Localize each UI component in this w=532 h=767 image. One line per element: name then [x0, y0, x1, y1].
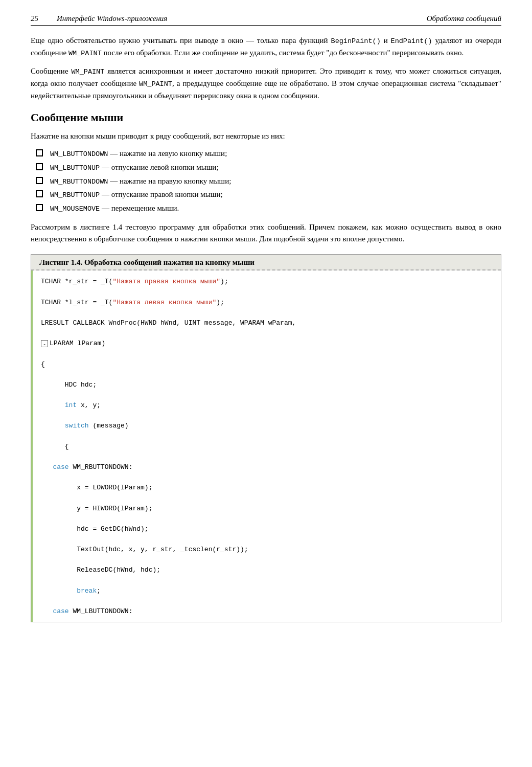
bullet-icon	[36, 149, 43, 156]
code-endpaint: EndPaint()	[391, 37, 432, 45]
code-text: ReleaseDC(hWnd, hdc);	[41, 566, 160, 574]
code-wm-paint-1: WM_PAINT	[68, 50, 102, 57]
bullet-text: WM_MOUSEMOVE — перемещение мыши.	[50, 203, 179, 214]
code-line: switch (message)	[41, 421, 493, 431]
code-text: HDC hdc;	[41, 381, 97, 389]
code-wm-lbuttonup: WM_LBUTTONUP	[50, 164, 100, 172]
paragraph-2: Сообщение WM_PAINT является асинхронным …	[31, 65, 501, 102]
bullet-text: WM_RBUTTONUP — отпускание правой кнопки …	[50, 189, 223, 200]
page-header: 25 Интерфейс Windows-приложения Обработк…	[31, 14, 501, 26]
code-text: );	[220, 278, 228, 285]
code-text	[41, 401, 65, 409]
code-line: TextOut(hdc, x, y, r_str, _tcsclen(r_str…	[41, 545, 493, 555]
code-line-collapse: -LPARAM lParam)	[41, 339, 493, 349]
code-line: case WM_LBUTTONDOWN:	[41, 606, 493, 617]
page: 25 Интерфейс Windows-приложения Обработк…	[0, 0, 532, 767]
bullet-list: WM_LBUTTONDOWN — нажатие на левую кнопку…	[36, 148, 501, 214]
header-right-text: Обработка сообщений	[427, 14, 501, 23]
code-text: x = LOWORD(lParam);	[41, 484, 152, 491]
code-text: LPARAM lParam)	[50, 340, 105, 347]
code-wm-paint-3: WM_PAINT	[139, 80, 172, 88]
code-line: TCHAR *l_str = _T("Нажата левая кнопка м…	[41, 298, 493, 308]
code-text: x, y;	[77, 401, 101, 409]
code-keyword: case	[53, 463, 68, 471]
code-line: x = LOWORD(lParam);	[41, 483, 493, 493]
bullet-icon	[36, 190, 43, 197]
code-text: TCHAR *l_str = _T(	[41, 299, 112, 306]
code-text: (message)	[89, 422, 129, 430]
code-line: TCHAR *r_str = _T("Нажата правая кнопка …	[41, 277, 493, 287]
paragraph-after-bullets: Рассмотрим в листинге 1.4 тестовую прогр…	[31, 221, 501, 245]
paragraph-1: Еще одно обстоятельство нужно учитывать …	[31, 35, 501, 59]
bullet-text: WM_LBUTTONDOWN — нажатие на левую кнопку…	[50, 148, 227, 160]
code-text: {	[41, 443, 69, 450]
code-line: {	[41, 359, 493, 370]
code-text	[41, 463, 53, 471]
bullet-icon	[36, 204, 43, 211]
code-string: "Нажата правая кнопка мыши"	[112, 278, 220, 285]
bullet-text: WM_LBUTTONUP — отпускание левой кнопки м…	[50, 162, 219, 173]
code-text: WM_RBUTTONDOWN:	[69, 463, 133, 471]
code-text	[41, 587, 77, 595]
code-wm-mousemove: WM_MOUSEMOVE	[50, 205, 100, 213]
code-wm-paint-2: WM_PAINT	[72, 68, 105, 76]
section-heading: Сообщение мыши	[31, 111, 501, 124]
code-text: TextOut(hdc, x, y, r_str, _tcsclen(r_str…	[41, 546, 248, 553]
code-line: LRESULT CALLBACK WndProc(HWND hWnd, UINT…	[41, 318, 493, 328]
code-wm-lbuttondown: WM_LBUTTONDOWN	[50, 150, 108, 158]
list-item: WM_LBUTTONUP — отпускание левой кнопки м…	[36, 162, 501, 173]
code-text: );	[216, 299, 224, 306]
list-item: WM_MOUSEMOVE — перемещение мыши.	[36, 203, 501, 214]
code-text: {	[41, 360, 45, 368]
code-text: TCHAR *r_str = _T(	[41, 278, 112, 285]
code-line: y = HIWORD(lParam);	[41, 504, 493, 514]
list-item: WM_RBUTTONUP — отпускание правой кнопки …	[36, 189, 501, 200]
code-text: LRESULT CALLBACK WndProc(HWND hWnd, UINT…	[41, 319, 296, 327]
code-line: ReleaseDC(hWnd, hdc);	[41, 565, 493, 575]
code-wm-rbuttonup: WM_RBUTTONUP	[50, 191, 100, 199]
code-keyword: case	[53, 607, 68, 615]
header-left-text: Интерфейс Windows-приложения	[57, 14, 167, 23]
code-line: case WM_RBUTTONDOWN:	[41, 462, 493, 472]
bullet-icon	[36, 163, 43, 170]
listing-title: Листинг 1.4. Обработка сообщений нажатия…	[31, 255, 501, 270]
code-text: hdc = GetDC(hWnd);	[41, 525, 149, 533]
list-item: WM_LBUTTONDOWN — нажатие на левую кнопку…	[36, 148, 501, 160]
bullet-icon	[36, 177, 43, 184]
intro-text: Нажатие на кнопки мыши приводит к ряду с…	[31, 130, 501, 142]
code-line: break;	[41, 586, 493, 596]
code-string: "Нажата левая кнопка мыши"	[112, 299, 216, 306]
code-wm-rbuttondown: WM_RBUTTONDOWN	[50, 178, 108, 186]
code-line: {	[41, 442, 493, 452]
code-keyword: switch	[65, 422, 89, 430]
bullet-text: WM_RBUTTONDOWN — нажатие на правую кнопк…	[50, 176, 231, 187]
code-text	[41, 422, 65, 430]
listing-box: Листинг 1.4. Обработка сообщений нажатия…	[31, 254, 501, 622]
collapse-icon[interactable]: -	[41, 340, 48, 347]
code-text: WM_LBUTTONDOWN:	[69, 607, 133, 615]
code-text: y = HIWORD(lParam);	[41, 505, 152, 512]
code-text: ;	[97, 587, 101, 595]
code-text	[41, 607, 53, 615]
code-block: TCHAR *r_str = _T("Нажата правая кнопка …	[31, 270, 501, 622]
page-number: 25	[31, 14, 38, 23]
code-line: int x, y;	[41, 400, 493, 411]
code-beginpaint: BeginPaint()	[331, 37, 381, 45]
code-keyword: int	[65, 401, 77, 409]
list-item: WM_RBUTTONDOWN — нажатие на правую кнопк…	[36, 176, 501, 187]
code-line: hdc = GetDC(hWnd);	[41, 524, 493, 534]
code-line: HDC hdc;	[41, 380, 493, 390]
code-keyword: break	[77, 587, 97, 595]
